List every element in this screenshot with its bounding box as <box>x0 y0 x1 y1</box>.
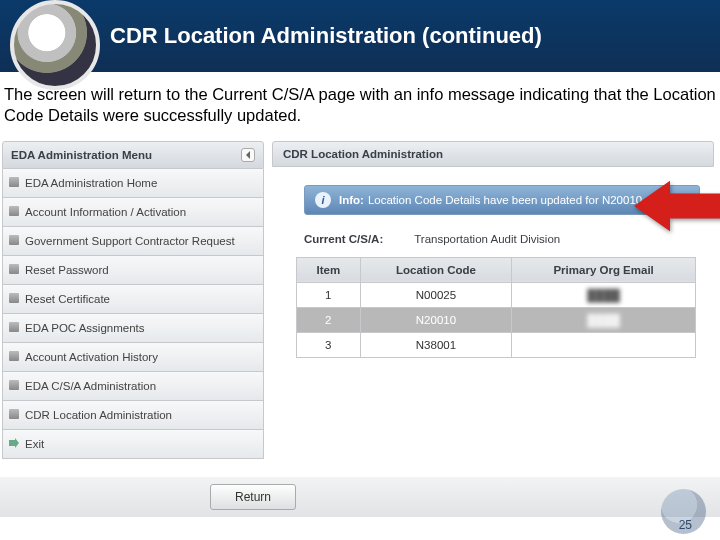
page-number: 25 <box>679 518 692 532</box>
info-text: Location Code Details have been updated … <box>368 194 642 206</box>
current-csa-line: Current C/S/A: Transportation Audit Divi… <box>304 233 714 245</box>
table-row[interactable]: 1 N00025 ████ <box>297 282 696 307</box>
info-prefix: Info: <box>339 194 364 206</box>
slide-title-band: CDR Location Administration (continued) <box>0 0 720 72</box>
main-panel: CDR Location Administration i Info: Loca… <box>270 137 720 517</box>
collapse-icon[interactable] <box>241 148 255 162</box>
location-table: Item Location Code Primary Org Email 1 N… <box>296 257 696 358</box>
main-heading: CDR Location Administration <box>272 141 714 167</box>
sidebar-item-account-info[interactable]: Account Information / Activation <box>2 198 264 227</box>
table-row[interactable]: 2 N20010 ████ <box>297 307 696 332</box>
sidebar-item-label: Reset Password <box>25 264 109 276</box>
info-icon: i <box>315 192 331 208</box>
sidebar-item-home[interactable]: EDA Administration Home <box>2 169 264 198</box>
sidebar-item-exit[interactable]: Exit <box>2 430 264 459</box>
current-csa-value: Transportation Audit Division <box>414 233 560 245</box>
footer-bar: Return <box>0 477 720 517</box>
sidebar-item-label: Account Information / Activation <box>25 206 186 218</box>
slide-title: CDR Location Administration (continued) <box>110 23 542 49</box>
sidebar-item-label: EDA Administration Home <box>25 177 157 189</box>
sidebar-item-label: Government Support Contractor Request <box>25 235 235 247</box>
return-button[interactable]: Return <box>210 484 296 510</box>
sidebar-heading-label: EDA Administration Menu <box>11 149 152 161</box>
sidebar-heading: EDA Administration Menu <box>2 141 264 169</box>
sidebar-item-poc[interactable]: EDA POC Assignments <box>2 314 264 343</box>
col-primary-email: Primary Org Email <box>512 257 696 282</box>
current-csa-label: Current C/S/A: <box>304 233 383 245</box>
cell-item: 2 <box>297 307 361 332</box>
sidebar-item-activation-history[interactable]: Account Activation History <box>2 343 264 372</box>
app-screenshot: EDA Administration Menu EDA Administrati… <box>0 137 720 517</box>
sidebar-item-label: Account Activation History <box>25 351 158 363</box>
sidebar-item-label: Reset Certificate <box>25 293 110 305</box>
col-item: Item <box>297 257 361 282</box>
sidebar-item-reset-password[interactable]: Reset Password <box>2 256 264 285</box>
cell-item: 1 <box>297 282 361 307</box>
info-banner: i Info: Location Code Details have been … <box>304 185 700 215</box>
sidebar-item-cdr-location[interactable]: CDR Location Administration <box>2 401 264 430</box>
sidebar-item-label: CDR Location Administration <box>25 409 172 421</box>
cell-email: ████ <box>512 282 696 307</box>
cell-email: ████ <box>512 307 696 332</box>
cell-code: N20010 <box>360 307 512 332</box>
slide-caption: The screen will return to the Current C/… <box>0 72 720 135</box>
sidebar-item-csa-admin[interactable]: EDA C/S/A Administration <box>2 372 264 401</box>
sidebar-item-gov-contractor[interactable]: Government Support Contractor Request <box>2 227 264 256</box>
cell-item: 3 <box>297 332 361 357</box>
col-location-code: Location Code <box>360 257 512 282</box>
cell-code: N38001 <box>360 332 512 357</box>
cell-email <box>512 332 696 357</box>
cell-code: N00025 <box>360 282 512 307</box>
sidebar-item-label: EDA POC Assignments <box>25 322 145 334</box>
table-row[interactable]: 3 N38001 <box>297 332 696 357</box>
sidebar-item-reset-cert[interactable]: Reset Certificate <box>2 285 264 314</box>
sidebar-item-label: EDA C/S/A Administration <box>25 380 156 392</box>
sidebar: EDA Administration Menu EDA Administrati… <box>0 137 270 517</box>
sidebar-item-label: Exit <box>25 438 44 450</box>
